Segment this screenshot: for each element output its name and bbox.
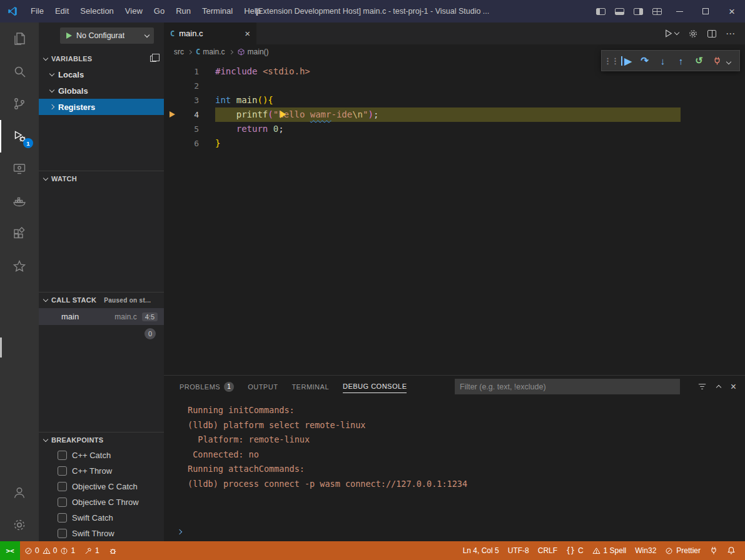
more-actions-icon[interactable]: ⋯ <box>726 28 735 39</box>
encoding-indicator[interactable]: UTF-8 <box>504 546 534 555</box>
breakpoint-row[interactable]: C++ Throw <box>39 463 164 479</box>
activity-extensions[interactable] <box>0 218 39 250</box>
menu-item-go[interactable]: Go <box>148 0 170 22</box>
close-icon[interactable]: × <box>245 29 250 38</box>
start-debug-icon[interactable] <box>65 32 73 39</box>
menu-item-help[interactable]: Help <box>238 0 266 22</box>
editor-actions: ⋯ <box>664 22 745 44</box>
activity-accounts[interactable] <box>0 476 39 509</box>
console-filter-input[interactable] <box>455 379 680 394</box>
menu-item-run[interactable]: Run <box>170 0 196 22</box>
spell-checker-status[interactable]: 1 Spell <box>588 546 631 555</box>
launch-gear-icon[interactable] <box>688 29 698 39</box>
breakpoint-gutter[interactable] <box>164 93 178 108</box>
step-into-button[interactable]: ↓ <box>654 52 671 69</box>
continue-button[interactable]: ▶ <box>618 52 635 69</box>
checkbox[interactable] <box>58 482 67 491</box>
variables-scope-globals[interactable]: Globals <box>39 82 164 99</box>
close-button[interactable]: × <box>719 0 745 22</box>
breakpoint-row[interactable]: Objective C Throw <box>39 494 164 510</box>
eol-indicator[interactable]: CRLF <box>534 546 562 555</box>
breadcrumb-folder[interactable]: src <box>174 48 184 56</box>
language-indicator[interactable]: {} C <box>562 546 588 555</box>
run-or-debug-button[interactable] <box>664 29 679 38</box>
debug-session-dropdown[interactable] <box>727 56 736 66</box>
activity-run-debug[interactable]: 1 <box>0 120 39 152</box>
activity-explorer[interactable] <box>0 22 39 55</box>
remote-session-status[interactable] <box>705 546 722 555</box>
remote-indicator[interactable]: >< <box>0 541 20 560</box>
line-number: 6 <box>178 136 199 151</box>
toggle-panel-icon[interactable] <box>610 0 629 22</box>
activity-search[interactable] <box>0 55 39 88</box>
checkbox[interactable] <box>58 529 67 538</box>
maximize-button[interactable] <box>692 0 719 22</box>
breakpoint-row[interactable]: Objective C Catch <box>39 479 164 494</box>
checkbox[interactable] <box>58 451 67 460</box>
variables-scope-registers[interactable]: Registers <box>39 99 164 115</box>
frame-file: main.c <box>114 312 136 321</box>
breakpoint-row[interactable]: Swift Catch <box>39 510 164 526</box>
breadcrumb-file[interactable]: C main.c <box>196 48 225 56</box>
console-input-prompt[interactable] <box>178 526 181 536</box>
tab-problems[interactable]: PROBLEMS 1 <box>180 381 234 393</box>
debug-sidebar: No Configurat VARIABLES Locals Globals R… <box>39 22 164 541</box>
checkbox[interactable] <box>58 466 67 476</box>
tools-status[interactable]: 1 <box>79 541 104 560</box>
bug-icon <box>108 546 118 556</box>
breakpoint-gutter[interactable] <box>164 64 178 79</box>
platform-indicator[interactable]: Win32 <box>631 546 661 555</box>
toolbar-drag-grip[interactable]: ⋮⋮ <box>606 52 617 69</box>
minimize-button[interactable] <box>666 0 692 22</box>
breakpoint-gutter[interactable] <box>164 108 178 122</box>
tab-output[interactable]: OUTPUT <box>248 381 278 393</box>
restart-button[interactable]: ↺ <box>691 52 707 69</box>
checkbox[interactable] <box>58 498 67 507</box>
variables-scope-locals[interactable]: Locals <box>39 66 164 82</box>
split-editor-icon[interactable] <box>707 30 716 38</box>
formatter-status[interactable]: Prettier <box>661 546 705 555</box>
activity-remote-explorer[interactable] <box>0 152 39 185</box>
activity-settings[interactable] <box>0 509 39 541</box>
breakpoint-gutter[interactable] <box>164 79 178 93</box>
menu-item-terminal[interactable]: Terminal <box>196 0 238 22</box>
breakpoints-header[interactable]: BREAKPOINTS <box>39 432 164 448</box>
breakpoint-gutter[interactable] <box>164 136 178 151</box>
toggle-sidebar-icon[interactable] <box>591 0 610 22</box>
step-out-button[interactable]: ↑ <box>672 52 689 69</box>
customize-layout-icon[interactable] <box>647 0 666 22</box>
tab-main-c[interactable]: C main.c × <box>164 22 256 44</box>
code-line: 4 printf("hello wamr-ide\n"); <box>164 108 745 122</box>
cursor-position[interactable]: Ln 4, Col 5 <box>459 546 504 555</box>
toggle-secondary-sidebar-icon[interactable] <box>629 0 647 22</box>
checkbox[interactable] <box>58 513 67 522</box>
notifications-status[interactable] <box>722 546 740 555</box>
problems-status[interactable]: 0 0 1 <box>20 541 79 560</box>
call-stack-header[interactable]: CALL STACK Paused on st... <box>39 292 164 308</box>
menu-item-edit[interactable]: Edit <box>49 0 74 22</box>
disconnect-button[interactable] <box>709 52 726 69</box>
stack-frame-row[interactable]: main main.c 4:5 <box>39 308 164 325</box>
debug-config-dropdown[interactable]: No Configurat <box>60 28 154 44</box>
menu-item-selection[interactable]: Selection <box>74 0 119 22</box>
tab-terminal[interactable]: TERMINAL <box>291 381 329 393</box>
activity-source-control[interactable] <box>0 88 39 120</box>
variables-header[interactable]: VARIABLES <box>39 51 164 66</box>
variables-panel-icon[interactable] <box>150 56 156 62</box>
breakpoint-row[interactable]: Swift Throw <box>39 526 164 541</box>
watch-header[interactable]: WATCH <box>39 171 164 186</box>
breakpoint-gutter[interactable] <box>164 122 178 136</box>
step-over-button[interactable]: ↷ <box>636 52 653 69</box>
breakpoint-row[interactable]: C++ Catch <box>39 448 164 463</box>
filter-lines-icon[interactable] <box>697 382 707 391</box>
menu-item-view[interactable]: View <box>119 0 148 22</box>
debug-status[interactable] <box>104 541 122 560</box>
breadcrumb-symbol[interactable]: main() <box>237 48 269 56</box>
activity-docker[interactable] <box>0 185 39 218</box>
maximize-panel-icon[interactable] <box>716 385 721 390</box>
tab-debug-console[interactable]: DEBUG CONSOLE <box>343 380 407 393</box>
tab-label: DEBUG CONSOLE <box>343 380 407 393</box>
menu-item-file[interactable]: File <box>25 0 49 22</box>
activity-wamr[interactable] <box>0 250 39 282</box>
close-panel-icon[interactable]: × <box>731 382 736 392</box>
